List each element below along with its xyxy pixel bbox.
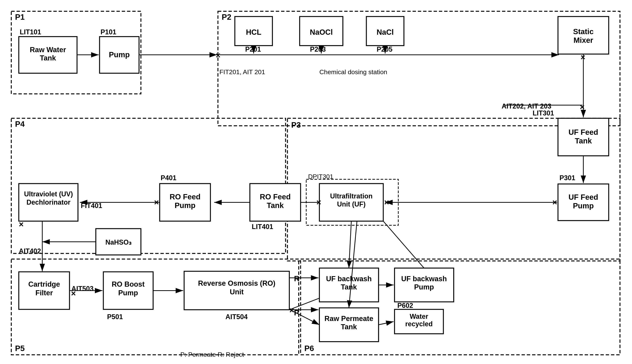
svg-rect-110 (395, 268, 454, 302)
svg-line-105 (289, 278, 372, 310)
svg-text:NaCl: NaCl (377, 28, 394, 36)
svg-text:×: × (580, 102, 585, 112)
svg-text:P401: P401 (161, 174, 176, 182)
svg-text:Cartridge: Cartridge (28, 280, 60, 288)
svg-text:Tank: Tank (341, 283, 357, 291)
svg-text:Filter: Filter (36, 289, 53, 297)
svg-text:×: × (289, 306, 294, 315)
svg-text:HCL: HCL (246, 28, 261, 36)
svg-rect-73 (19, 184, 78, 221)
p5-label: P5 (15, 344, 25, 353)
svg-text:P101: P101 (101, 28, 116, 36)
svg-text:Unit (UF): Unit (UF) (337, 200, 366, 208)
svg-text:×: × (384, 198, 389, 207)
svg-text:P: Permeate  R: Reject: P: Permeate R: Reject (180, 351, 244, 358)
svg-rect-4 (287, 118, 620, 261)
svg-text:RO Feed: RO Feed (170, 192, 200, 201)
svg-text:Tank: Tank (40, 54, 56, 62)
svg-rect-3 (218, 11, 620, 126)
svg-rect-83 (19, 272, 70, 309)
p1-label: P1 (15, 12, 25, 22)
p3-label: P3 (291, 120, 301, 129)
svg-rect-12 (100, 36, 139, 73)
p2-label: P2 (222, 12, 231, 22)
svg-text:P501: P501 (107, 313, 123, 321)
svg-text:Ultrafiltration: Ultrafiltration (330, 192, 373, 200)
svg-rect-42 (558, 118, 609, 156)
svg-rect-117 (395, 309, 443, 334)
svg-text:NaOCl: NaOCl (310, 28, 333, 36)
svg-text:LIT301: LIT301 (533, 109, 554, 117)
svg-text:R: R (294, 274, 299, 283)
svg-text:RO Feed: RO Feed (260, 192, 291, 201)
svg-text:AIT402: AIT402 (19, 247, 41, 255)
svg-rect-25 (300, 16, 343, 46)
svg-text:UF backwash: UF backwash (326, 275, 372, 283)
p6-label: P6 (304, 344, 314, 353)
svg-text:Raw Permeate: Raw Permeate (325, 315, 373, 322)
svg-rect-114 (320, 308, 379, 342)
process-diagram: P1 P2 P3 P4 P5 P6 Raw Water Tank LIT101 … (0, 0, 632, 364)
svg-text:P602: P602 (397, 302, 413, 309)
svg-text:Mixer: Mixer (573, 36, 593, 44)
svg-rect-78 (96, 229, 141, 255)
svg-rect-95 (184, 271, 289, 310)
svg-rect-5 (11, 118, 285, 254)
svg-text:DPIT301: DPIT301 (308, 173, 333, 180)
svg-text:Pump: Pump (175, 201, 195, 210)
svg-rect-55 (306, 179, 398, 225)
svg-rect-6 (11, 259, 299, 355)
svg-text:P205: P205 (377, 46, 393, 53)
svg-text:FIT401: FIT401 (81, 202, 102, 210)
svg-line-125 (289, 309, 320, 325)
svg-text:×: × (580, 52, 585, 62)
svg-text:Reverse Osmosis (RO): Reverse Osmosis (RO) (198, 279, 275, 287)
svg-text:×: × (71, 289, 76, 298)
svg-text:LIT401: LIT401 (252, 223, 273, 230)
svg-text:LIT101: LIT101 (20, 28, 41, 36)
svg-text:Tank: Tank (267, 201, 284, 210)
svg-text:UF Feed: UF Feed (568, 193, 598, 201)
svg-text:FIT201, AIT 201: FIT201, AIT 201 (219, 68, 265, 76)
svg-rect-7 (300, 259, 620, 355)
svg-rect-21 (235, 16, 272, 46)
svg-line-120 (379, 322, 394, 325)
svg-rect-52 (320, 184, 383, 221)
svg-text:UF Feed: UF Feed (568, 128, 598, 136)
svg-text:Tank: Tank (341, 323, 357, 331)
svg-text:P203: P203 (310, 46, 326, 53)
svg-rect-29 (366, 16, 404, 46)
svg-text:Pump: Pump (118, 289, 138, 297)
svg-text:×: × (154, 198, 159, 207)
svg-text:Pump: Pump (573, 202, 594, 210)
svg-text:Water: Water (410, 312, 428, 320)
svg-text:AIT503: AIT503 (71, 285, 94, 292)
svg-text:RO Boost: RO Boost (112, 280, 145, 288)
svg-text:P301: P301 (559, 174, 575, 182)
svg-rect-33 (558, 16, 609, 54)
svg-text:×: × (216, 51, 221, 60)
p4-label: P4 (15, 120, 25, 128)
svg-line-122 (349, 221, 357, 308)
svg-text:Raw Water: Raw Water (30, 46, 66, 54)
svg-rect-106 (320, 268, 379, 302)
svg-rect-91 (103, 272, 153, 309)
svg-text:×: × (19, 220, 24, 229)
svg-line-121 (349, 221, 351, 268)
svg-text:×: × (552, 198, 557, 207)
svg-rect-61 (250, 184, 300, 221)
svg-text:AIT202, AIT 203: AIT202, AIT 203 (502, 102, 551, 110)
svg-line-126 (383, 221, 424, 268)
svg-rect-2 (11, 11, 141, 94)
svg-rect-47 (558, 184, 609, 220)
svg-text:recycled: recycled (405, 320, 433, 328)
svg-text:NaHSO₃: NaHSO₃ (105, 238, 132, 246)
svg-rect-8 (19, 36, 77, 73)
svg-text:Ultraviolet (UV): Ultraviolet (UV) (24, 190, 73, 198)
svg-text:P: P (294, 308, 299, 317)
svg-text:Pump: Pump (109, 50, 130, 59)
svg-text:Pump: Pump (414, 283, 434, 291)
svg-text:UF backwash: UF backwash (401, 275, 447, 283)
svg-text:Static: Static (573, 28, 594, 36)
svg-text:Tank: Tank (575, 137, 592, 145)
